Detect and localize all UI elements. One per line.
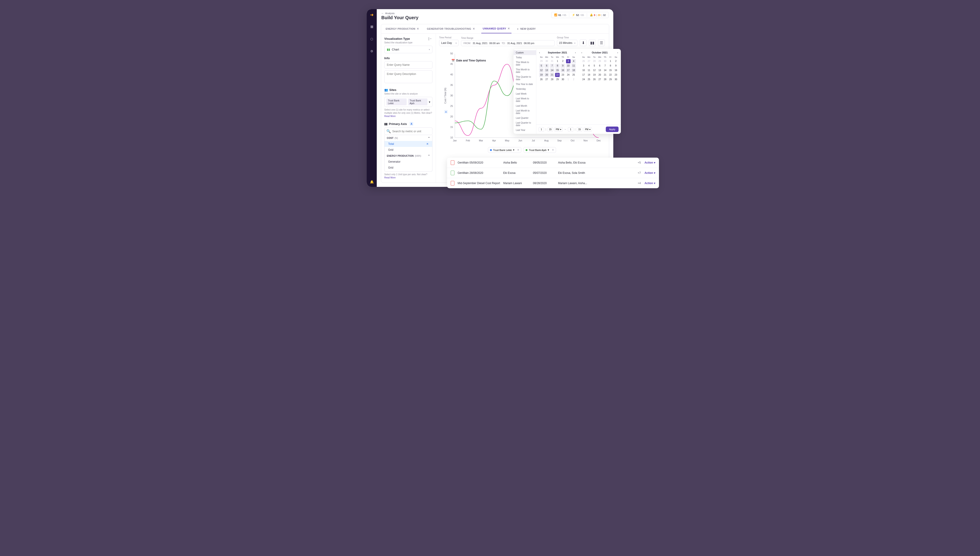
date-preset[interactable]: Last Month to date: [514, 108, 536, 116]
legend-item[interactable]: Trust Bank Ajah▾✕: [524, 147, 556, 153]
calendar-day[interactable]: 28: [602, 77, 608, 82]
date-preset[interactable]: Last Week: [514, 91, 536, 96]
calendar-day[interactable]: 2: [613, 59, 619, 63]
calendar-day[interactable]: 27: [597, 77, 603, 82]
metric-option[interactable]: Total✕: [385, 141, 432, 147]
calendar-day[interactable]: 30: [602, 59, 608, 63]
close-icon[interactable]: ✕: [552, 149, 554, 152]
calendar-day[interactable]: 15: [608, 68, 613, 73]
time-from-hour[interactable]: [538, 127, 544, 132]
calendar-day[interactable]: 13: [544, 68, 550, 73]
calendar-day[interactable]: 16: [613, 68, 619, 73]
calendar-day[interactable]: 9: [613, 63, 619, 68]
calendar-day[interactable]: 31: [550, 59, 555, 63]
action-menu[interactable]: Action ▾: [645, 161, 655, 164]
metric-option[interactable]: Total: [385, 171, 432, 171]
calendar-day[interactable]: 19: [592, 73, 597, 77]
calendar-day[interactable]: 25: [571, 73, 576, 77]
calendar-day[interactable]: 18: [571, 68, 576, 73]
calendar-day[interactable]: 5: [538, 63, 544, 68]
cal-prev[interactable]: ‹: [539, 51, 540, 54]
calendar-day[interactable]: 3: [581, 63, 586, 68]
calendar-day[interactable]: 6: [597, 63, 603, 68]
calendar-day[interactable]: 14: [602, 68, 608, 73]
nav-bell-icon[interactable]: 🔔: [370, 180, 374, 184]
calendar-day[interactable]: 26: [538, 77, 544, 82]
status-alerts[interactable]: 🔔 8 | 20 | 32: [588, 13, 607, 17]
query-name-input[interactable]: [384, 61, 432, 68]
sites-select[interactable]: Trust Bank LekkiTrust Bank Ajah ▾: [384, 97, 432, 107]
time-range-input[interactable]: FROM: 31 Aug, 2021 06:00 am TO: 31 Aug, …: [461, 40, 554, 46]
legend-item[interactable]: Trust Bank Lekki▾✕: [488, 147, 522, 153]
metric-list[interactable]: COST (N)⌃Total✕GridENERGY PRODUCTION (kW…: [384, 135, 432, 171]
calendar-day[interactable]: 13: [597, 68, 603, 73]
date-preset[interactable]: Custom: [514, 50, 536, 55]
calendar-day[interactable]: 23: [613, 73, 619, 77]
calendar-day[interactable]: 2: [571, 77, 576, 82]
list-view-button[interactable]: ☰: [598, 39, 605, 46]
time-to-hour[interactable]: [568, 127, 573, 132]
calendar-day[interactable]: 20: [597, 73, 603, 77]
calendar-day[interactable]: 18: [586, 73, 592, 77]
calendar-day[interactable]: 8: [555, 63, 560, 68]
nav-dashboard-icon[interactable]: ▦: [369, 23, 375, 30]
chart-view-button[interactable]: ▮▮: [589, 39, 596, 46]
date-preset[interactable]: Today: [514, 55, 536, 60]
calendar-day[interactable]: 10: [581, 68, 586, 73]
collapse-panel-icon[interactable]: |←: [428, 37, 432, 40]
close-icon[interactable]: ✕: [417, 27, 419, 31]
calendar-day[interactable]: 29: [538, 59, 544, 63]
sites-help-link[interactable]: Read More: [384, 115, 395, 117]
date-preset[interactable]: This Quarter to date: [514, 74, 536, 82]
date-preset[interactable]: Last Week to date: [514, 96, 536, 103]
close-icon[interactable]: ✕: [473, 27, 475, 31]
date-preset[interactable]: This Month to date: [514, 67, 536, 74]
tab-generator-troubleshooting[interactable]: GENERATOR TROUBLESHOOTING✕: [426, 24, 476, 33]
cal-next[interactable]: ›: [617, 51, 618, 54]
date-preset[interactable]: Yesterday: [514, 87, 536, 91]
close-icon[interactable]: ✕: [517, 149, 519, 152]
axis-search[interactable]: 🔍: [384, 128, 432, 135]
calendar-day[interactable]: 2: [560, 59, 566, 63]
calendar-day[interactable]: 26: [581, 59, 586, 63]
calendar-day[interactable]: 10: [566, 63, 571, 68]
nav-loading-icon[interactable]: ◌: [369, 36, 375, 42]
calendar-day[interactable]: 5: [592, 63, 597, 68]
calendar-day[interactable]: 24: [581, 77, 586, 82]
calendar-day[interactable]: 12: [592, 68, 597, 73]
calendar-day[interactable]: 28: [550, 77, 555, 82]
time-from-ampm[interactable]: PM ▾: [554, 127, 563, 132]
axis-search-input[interactable]: [392, 130, 430, 133]
calendar-day[interactable]: 16: [560, 68, 566, 73]
calendar-day[interactable]: 26: [592, 77, 597, 82]
calendar-day[interactable]: 4: [571, 59, 576, 63]
calendar-day[interactable]: 7: [602, 63, 608, 68]
metric-option[interactable]: Grid: [385, 165, 432, 171]
calendar-day[interactable]: 1: [608, 59, 613, 63]
date-preset[interactable]: Last Year: [514, 128, 536, 133]
site-chip[interactable]: Trust Bank Ajah: [408, 99, 427, 105]
calendar-day[interactable]: 19: [538, 73, 544, 77]
calendar-day[interactable]: 27: [544, 77, 550, 82]
calendar-day[interactable]: 22: [555, 73, 560, 77]
calendar-day[interactable]: 3: [566, 59, 571, 63]
new-query-button[interactable]: ＋NEW QUERY: [516, 27, 536, 31]
calendar-day[interactable]: 30: [560, 77, 566, 82]
time-period-select[interactable]: Last Day▾: [439, 40, 459, 46]
calendar-day[interactable]: 30: [544, 59, 550, 63]
time-to-min[interactable]: [577, 127, 582, 132]
action-menu[interactable]: Action ▾: [645, 171, 655, 175]
apply-button[interactable]: Apply: [606, 126, 619, 132]
calendar-day[interactable]: 17: [581, 73, 586, 77]
calendar-day[interactable]: 14: [550, 68, 555, 73]
date-preset[interactable]: Last Month: [514, 103, 536, 108]
calendar-day[interactable]: 20: [544, 73, 550, 77]
calendar-day[interactable]: 29: [597, 59, 603, 63]
cal-prev[interactable]: ‹: [581, 51, 582, 54]
calendar-day[interactable]: 11: [571, 63, 576, 68]
viz-type-select[interactable]: ▮▮ Chart ▾: [384, 46, 432, 53]
date-preset[interactable]: Last Quarter to date: [514, 120, 536, 128]
calendar-day[interactable]: 29: [608, 77, 613, 82]
calendar-day[interactable]: 15: [555, 68, 560, 73]
calendar-day[interactable]: 11: [586, 68, 592, 73]
